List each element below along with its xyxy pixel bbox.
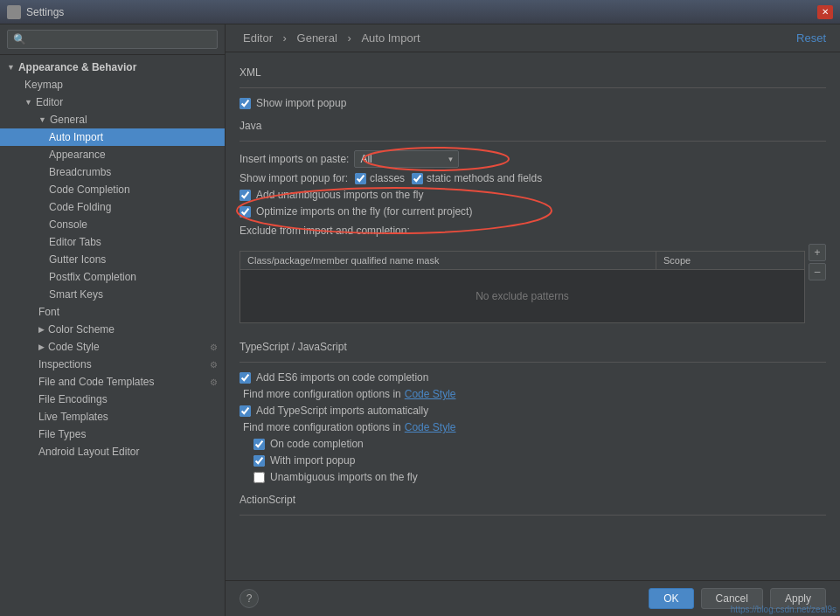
unambiguous-imports-label[interactable]: Unambiguous imports on the fly (253, 471, 418, 483)
as-divider (240, 515, 826, 516)
remove-exclude-button[interactable]: – (809, 263, 826, 280)
help-button[interactable]: ? (240, 589, 259, 608)
static-methods-checkbox[interactable] (412, 173, 423, 184)
sidebar-item-code-completion[interactable]: Code Completion (0, 181, 225, 198)
unambiguous-imports-checkbox[interactable] (253, 472, 265, 483)
window-title: Settings (26, 6, 817, 18)
classes-label[interactable]: classes (355, 172, 405, 184)
sidebar-item-font[interactable]: Font (0, 303, 225, 321)
add-es6-label[interactable]: Add ES6 imports on code completion (240, 371, 428, 384)
find-more-1-row: Find more configuration options in Code … (240, 388, 826, 400)
sidebar-item-keymap[interactable]: Keymap (0, 76, 225, 93)
add-unambiguous-checkbox[interactable] (240, 190, 251, 201)
table-empty-text: No exclude patterns (476, 290, 569, 302)
sidebar-item-file-encodings[interactable]: File Encodings (0, 391, 225, 408)
xml-show-import-popup-checkbox[interactable] (240, 98, 251, 109)
show-import-popup-for-label: Show import popup for: (240, 172, 348, 184)
xml-divider (240, 87, 826, 88)
java-divider (240, 141, 826, 142)
breadcrumb-arrow2: › (347, 31, 354, 45)
exclude-table-wrapper: Class/package/member qualified name mask… (240, 244, 826, 330)
triangle-color: ▶ (38, 325, 45, 334)
unambiguous-imports-row: Unambiguous imports on the fly (240, 471, 826, 483)
sidebar-item-gutter-icons[interactable]: Gutter Icons (0, 251, 225, 268)
add-exclude-button[interactable]: + (809, 244, 826, 261)
exclude-label: Exclude from import and completion: (240, 225, 826, 237)
insert-imports-select-wrapper: All Ask None (354, 150, 459, 168)
sidebar-item-color-scheme[interactable]: ▶ Color Scheme (0, 321, 225, 338)
classes-checkbox[interactable] (355, 173, 366, 184)
table-col2: Scope (656, 252, 804, 269)
add-unambiguous-label[interactable]: Add unambiguous imports on the fly (240, 189, 423, 201)
on-code-completion-row: On code completion (240, 438, 826, 450)
table-header: Class/package/member qualified name mask… (240, 252, 804, 270)
sidebar-item-smart-keys[interactable]: Smart Keys (0, 286, 225, 303)
gear-icon-templates: ⚙ (210, 377, 218, 387)
actionscript-title: ActionScript (240, 494, 826, 506)
add-es6-checkbox[interactable] (240, 372, 251, 384)
code-style-link-2[interactable]: Code Style (405, 421, 456, 433)
gear-icon-inspections: ⚙ (210, 360, 218, 370)
sidebar-item-code-folding[interactable]: Code Folding (0, 198, 225, 216)
sidebar-item-console[interactable]: Console (0, 216, 225, 233)
expand-triangle-general: ▼ (38, 115, 46, 124)
search-input[interactable] (7, 30, 218, 49)
xml-show-import-popup-label[interactable]: Show import popup (240, 97, 346, 109)
sidebar-item-file-code-templates[interactable]: File and Code Templates ⚙ (0, 373, 225, 391)
sidebar-item-file-types[interactable]: File Types (0, 426, 225, 443)
breadcrumb-part1: Editor (243, 31, 273, 45)
add-typescript-label[interactable]: Add TypeScript imports automatically (240, 405, 428, 417)
settings-window: Settings ✕ ▼ Appearance & Behavior Keyma… (0, 0, 840, 616)
sidebar-item-live-templates[interactable]: Live Templates (0, 408, 225, 426)
triangle-code-style: ▶ (38, 343, 45, 351)
static-methods-label[interactable]: static methods and fields (412, 172, 542, 184)
titlebar: Settings ✕ (0, 0, 840, 24)
sidebar-item-editor[interactable]: ▼ Editor (0, 93, 225, 111)
sidebar-item-editor-tabs[interactable]: Editor Tabs (0, 233, 225, 251)
sidebar-item-auto-import[interactable]: Auto Import (0, 128, 225, 146)
watermark: https://blog.csdn.net/zeal9s (731, 605, 837, 614)
sidebar-tree: ▼ Appearance & Behavior Keymap ▼ Editor … (0, 55, 225, 616)
sidebar-item-postfix-completion[interactable]: Postfix Completion (0, 268, 225, 286)
sidebar-item-appearance[interactable]: Appearance (0, 146, 225, 163)
reset-link[interactable]: Reset (796, 31, 826, 45)
main-content: ▼ Appearance & Behavior Keymap ▼ Editor … (0, 24, 840, 616)
find-more-2-text: Find more configuration options in (243, 421, 401, 433)
java-section-title: Java (240, 120, 826, 132)
close-button[interactable]: ✕ (817, 5, 833, 19)
sidebar: ▼ Appearance & Behavior Keymap ▼ Editor … (0, 24, 226, 616)
on-code-completion-checkbox[interactable] (253, 439, 265, 450)
panel-body: XML Show import popup Java Insert import… (226, 52, 840, 580)
add-typescript-checkbox[interactable] (240, 405, 251, 417)
breadcrumb-bar: Editor › General › Auto Import Reset (226, 24, 840, 52)
typescript-section: TypeScript / JavaScript Add ES6 imports … (240, 341, 826, 483)
with-import-popup-row: With import popup (240, 454, 826, 467)
on-code-completion-label[interactable]: On code completion (253, 438, 364, 450)
search-box (0, 24, 225, 55)
xml-show-import-popup-row: Show import popup (240, 97, 826, 109)
sidebar-item-inspections[interactable]: Inspections ⚙ (0, 356, 225, 373)
sidebar-item-appearance-behavior[interactable]: ▼ Appearance & Behavior (0, 59, 225, 76)
insert-imports-select[interactable]: All Ask None (354, 150, 459, 168)
typescript-title: TypeScript / JavaScript (240, 341, 826, 353)
sidebar-item-code-style[interactable]: ▶ Code Style ⚙ (0, 338, 225, 356)
sidebar-item-general[interactable]: ▼ General (0, 111, 225, 128)
table-col1: Class/package/member qualified name mask (240, 252, 656, 269)
code-style-link-1[interactable]: Code Style (405, 388, 456, 400)
sidebar-item-breadcrumbs[interactable]: Breadcrumbs (0, 163, 225, 181)
add-es6-row: Add ES6 imports on code completion (240, 371, 826, 384)
exclude-table: Class/package/member qualified name mask… (240, 251, 805, 323)
ok-button[interactable]: OK (649, 588, 693, 609)
breadcrumb: Editor › General › Auto Import (240, 31, 424, 45)
optimize-imports-row: Optimize imports on the fly (for current… (240, 205, 826, 218)
optimize-imports-label[interactable]: Optimize imports on the fly (for current… (240, 205, 472, 218)
xml-section-title: XML (240, 66, 826, 79)
right-panel: Editor › General › Auto Import Reset XML… (226, 24, 840, 616)
highlighted-options: Add unambiguous imports on the fly Optim… (240, 189, 826, 218)
optimize-imports-checkbox[interactable] (240, 206, 251, 218)
with-import-popup-checkbox[interactable] (253, 455, 265, 467)
insert-imports-label: Insert imports on paste: (240, 153, 349, 165)
sidebar-item-android-layout-editor[interactable]: Android Layout Editor (0, 443, 225, 460)
add-unambiguous-row: Add unambiguous imports on the fly (240, 189, 826, 201)
with-import-popup-label[interactable]: With import popup (253, 454, 355, 467)
